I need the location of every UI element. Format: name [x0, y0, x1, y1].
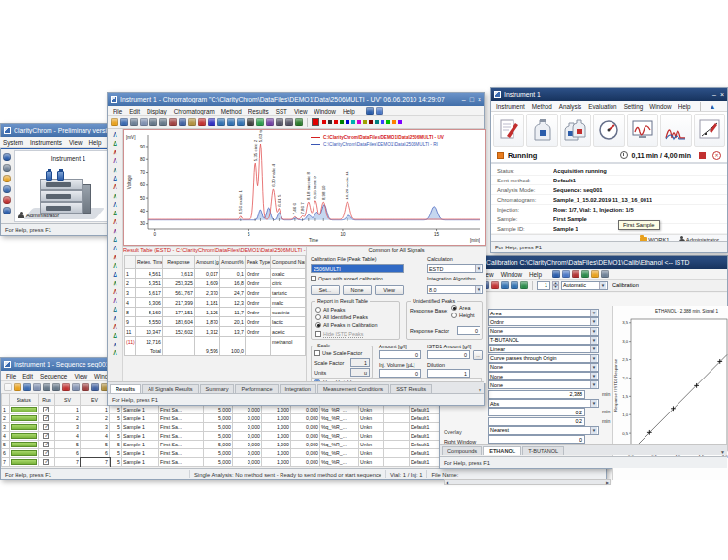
integration-tool-icon[interactable]: Λ: [113, 348, 116, 357]
instrument-titlebar[interactable]: Instrument 1 –×: [491, 88, 727, 101]
tab-performance[interactable]: Performance: [235, 384, 278, 393]
monitor-icon[interactable]: [3, 185, 11, 193]
overlay-button[interactable]: Overlay: [444, 429, 462, 435]
zoom-out-icon[interactable]: [511, 281, 518, 289]
calib-field-select[interactable]: Curve passes through Origin▼: [488, 354, 599, 363]
signal-color-swatch[interactable]: [369, 120, 373, 124]
run-checkbox[interactable]: [43, 433, 49, 439]
result-table[interactable]: Reten. Time [min]ResponseAmount [g/l]Amo…: [124, 255, 306, 356]
cut-icon[interactable]: [169, 118, 177, 126]
zoom-out-icon[interactable]: [227, 118, 235, 126]
istd-amount-input[interactable]: 0: [427, 350, 470, 359]
device-monitor-button[interactable]: [593, 114, 624, 147]
calib-field-input[interactable]: 0,2: [488, 417, 585, 426]
calib-field-input[interactable]: 0: [488, 435, 585, 444]
integration-tool-icon[interactable]: Δ: [113, 235, 117, 244]
amount-input[interactable]: 0: [379, 350, 421, 359]
overlay-mode-icon[interactable]: [256, 118, 264, 126]
copy-icon[interactable]: [179, 118, 186, 126]
mode-select[interactable]: Automatic▼: [561, 281, 608, 290]
options-icon[interactable]: [601, 270, 609, 278]
calib-save-icon[interactable]: [562, 270, 570, 278]
level-spinner[interactable]: 1: [537, 281, 550, 290]
menu-instruments[interactable]: Instruments: [30, 139, 62, 146]
active-signal-swatch[interactable]: [312, 118, 319, 126]
signal-color-swatch[interactable]: [375, 120, 379, 124]
seq-col-header[interactable]: EV: [81, 394, 110, 406]
menu-file[interactable]: File: [6, 373, 16, 379]
curve-icon[interactable]: [520, 281, 528, 289]
integration-tool-icon[interactable]: Λ: [113, 261, 116, 270]
tabs-overflow-icon[interactable]: ▼: [720, 449, 725, 455]
integration-tool-icon[interactable]: ∧: [113, 340, 117, 348]
menu-edit[interactable]: Edit: [22, 373, 33, 379]
hide-istd-peaks-checkbox[interactable]: Hide ISTD Peaks: [315, 331, 363, 337]
run-checkbox[interactable]: [43, 415, 49, 421]
signal-color-swatch[interactable]: [381, 120, 384, 124]
units-input[interactable]: u: [350, 368, 370, 377]
menu-method[interactable]: Method: [221, 108, 242, 115]
menu-file[interactable]: File: [113, 108, 122, 115]
menu-instrument[interactable]: Instrument: [496, 103, 525, 110]
data-acquisition-button[interactable]: [627, 114, 658, 147]
print-icon[interactable]: [52, 383, 60, 391]
calib-field-select[interactable]: None▼: [488, 372, 599, 380]
radio-all-peaks[interactable]: All Peaks: [315, 307, 345, 313]
result-col-header[interactable]: [125, 256, 136, 269]
menu-sequence[interactable]: Sequence: [40, 373, 67, 379]
menu-help[interactable]: Help: [529, 271, 542, 278]
run-checkbox[interactable]: [43, 442, 49, 447]
tab-t-butanol[interactable]: T-BUTANOL: [522, 446, 564, 455]
chromatogram-button[interactable]: [660, 114, 691, 147]
calib-field-select[interactable]: Linear▼: [488, 345, 599, 353]
prev-chrom-icon[interactable]: [276, 118, 283, 126]
window-controls[interactable]: –□×: [462, 96, 481, 103]
result-col-header[interactable]: Reten. Time [min]: [136, 256, 163, 269]
undo-icon[interactable]: [62, 383, 70, 391]
integration-algorithm-select[interactable]: 8.0▼: [427, 285, 483, 294]
menu-results[interactable]: Results: [248, 108, 269, 115]
result-col-header[interactable]: Amount% [%]: [220, 256, 246, 269]
recalc-icon[interactable]: [572, 270, 579, 278]
signal-color-swatch[interactable]: [392, 120, 396, 124]
response-factor-input[interactable]: 0: [457, 326, 480, 335]
paste-icon[interactable]: [188, 118, 196, 126]
result-col-header[interactable]: Response: [163, 256, 195, 269]
calib-open-icon[interactable]: [552, 270, 560, 278]
preview-icon[interactable]: [149, 118, 157, 126]
calib-field-select[interactable]: None▼: [488, 363, 599, 372]
integration-tool-icon[interactable]: ∧: [113, 226, 117, 235]
run-checkbox[interactable]: [43, 459, 49, 465]
menu-setting[interactable]: Setting: [624, 103, 644, 110]
save-icon[interactable]: [120, 118, 128, 126]
calculation-select[interactable]: ESTD▼: [427, 264, 483, 273]
redo-icon[interactable]: [72, 383, 80, 391]
result-row[interactable]: 88,160177,1511,12611,7Ordnrsuccinic: [125, 308, 306, 317]
result-row[interactable]: Total9,596100,0: [125, 346, 306, 356]
open-icon[interactable]: [14, 383, 21, 391]
signal-color-swatch[interactable]: [322, 120, 326, 124]
settings-icon[interactable]: [130, 118, 138, 126]
integration-tool-icon[interactable]: ∧: [113, 252, 117, 261]
integration-tool-icon[interactable]: Λ: [113, 156, 116, 165]
integration-tool-icon[interactable]: Δ: [113, 174, 117, 182]
result-row[interactable]: 46,306217,3991,18112,3Ordnrmalic: [125, 298, 306, 308]
calib-field-input[interactable]: 0,2: [488, 408, 585, 416]
tab-measurement-conditions[interactable]: Measurement Conditions: [317, 384, 389, 393]
calib-field-select[interactable]: Nearest▼: [488, 426, 599, 435]
set-button[interactable]: Set...: [311, 285, 340, 295]
integration-tool-icon[interactable]: ∧: [113, 191, 117, 200]
info-icon[interactable]: [3, 207, 11, 214]
cut-icon[interactable]: [82, 383, 89, 391]
zoom-reset-icon[interactable]: [237, 118, 245, 126]
undo-icon[interactable]: [491, 281, 499, 289]
seq-col-header[interactable]: [2, 394, 10, 406]
calib-field-select[interactable]: Abs▼: [488, 399, 599, 408]
stop-button[interactable]: [699, 152, 706, 159]
report-icon[interactable]: [140, 118, 148, 126]
none-button[interactable]: None: [343, 285, 372, 295]
seq-col-header[interactable]: Run: [39, 394, 55, 406]
tab-summary[interactable]: Summary: [200, 384, 235, 393]
seq-col-header[interactable]: SV: [55, 394, 81, 406]
dilution-input[interactable]: 1: [427, 369, 470, 378]
